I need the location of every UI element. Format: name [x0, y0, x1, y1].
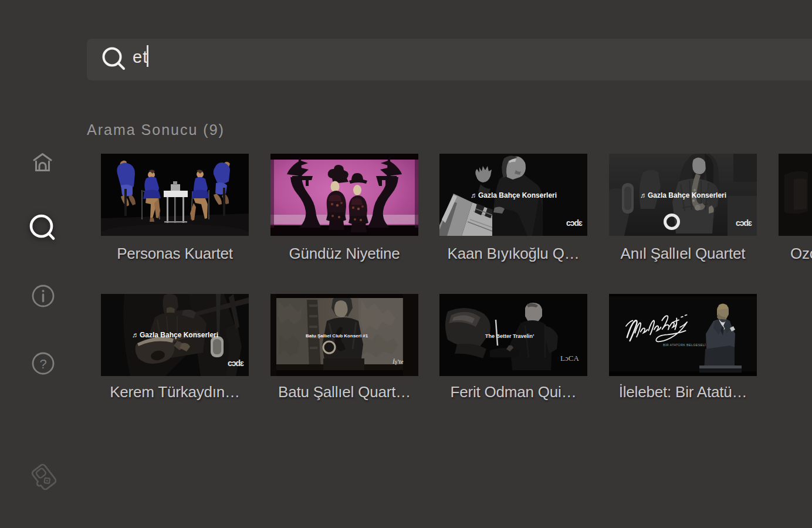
- svg-text:The Better Travelinʼ: The Better Travelinʼ: [485, 333, 534, 339]
- svg-text:♬ Gazla Bahçe Konserleri: ♬ Gazla Bahçe Konserleri: [640, 191, 726, 199]
- svg-text:LɔCA: LɔCA: [560, 354, 579, 363]
- svg-text:?: ?: [39, 357, 46, 371]
- svg-text:♬ Gazla Bahçe Konserleri: ♬ Gazla Bahçe Konserleri: [471, 191, 557, 199]
- svg-text:♬ Gazla Bahçe Konserleri: ♬ Gazla Bahçe Konserleri: [132, 331, 218, 339]
- svg-text:İşʼte: İşʼte: [392, 358, 404, 365]
- svg-text:BİR ATATÜRK BELGESELİ: BİR ATATÜRK BELGESELİ: [663, 343, 706, 347]
- svg-text:Batu Şallıel Club Konseri #1: Batu Şallıel Club Konseri #1: [306, 333, 368, 339]
- svg-text:cɔdɛ: cɔdɛ: [566, 218, 583, 228]
- svg-text:cɔdɛ: cɔdɛ: [736, 218, 752, 228]
- svg-text:cɔdɛ: cɔdɛ: [228, 358, 244, 368]
